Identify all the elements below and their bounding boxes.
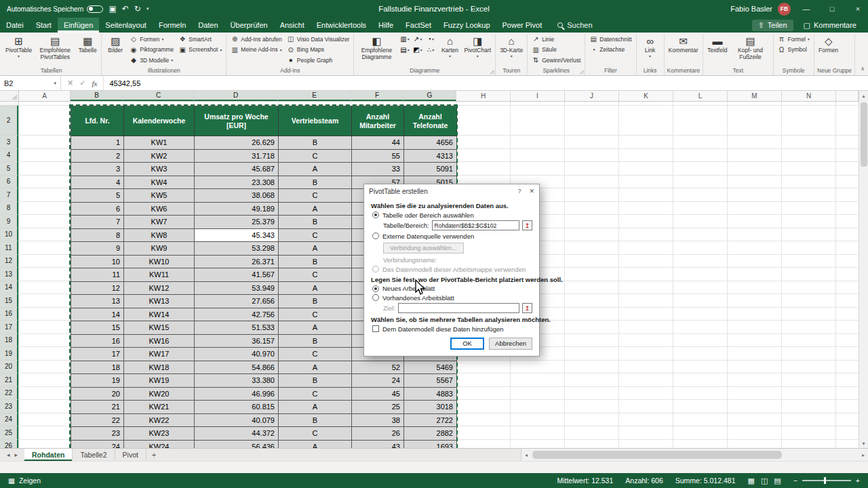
chevron-down-icon[interactable]: ▾ [54, 81, 56, 86]
column-header-e[interactable]: E [278, 91, 351, 101]
vertical-scrollbar[interactable]: ▴ ▾ [859, 91, 868, 448]
share-button[interactable]: ⇧ Teilen [752, 20, 793, 31]
cell[interactable]: 23.308 [195, 176, 279, 190]
avatar[interactable]: FB [778, 3, 791, 16]
scroll-down-icon[interactable]: ▾ [859, 439, 868, 448]
row-header-10[interactable]: 10 [0, 228, 18, 242]
table-header-cell[interactable]: Anzahl Telefonate [404, 106, 457, 136]
cell[interactable]: 5 [71, 189, 124, 203]
sheet-nav-right-icon[interactable]: ▸ [15, 451, 18, 458]
autosave-toggle[interactable]: Automatisches Speichern [7, 5, 103, 13]
column-header-m[interactable]: M [728, 91, 782, 101]
radio-new-worksheet[interactable]: Neues Arbeitsblatt [372, 285, 532, 292]
cell[interactable]: A [279, 242, 352, 256]
status-stat[interactable]: Summe: 5.012.481 [675, 476, 736, 485]
ribbon-button-chart-scatter[interactable]: ∴▾ [424, 45, 437, 56]
collapse-ribbon-icon[interactable]: ∧ [861, 66, 865, 72]
cell[interactable]: 45 [352, 388, 404, 401]
cell[interactable]: C [279, 348, 352, 361]
ribbon-button-add-ins-abrufen[interactable]: ⊕Add-Ins abrufen [229, 34, 283, 45]
ribbon-button-screenshot[interactable]: ▣Screenshot▾ [177, 45, 223, 56]
cell[interactable]: 56.436 [195, 441, 279, 449]
cell[interactable]: KW22 [124, 414, 195, 428]
cell[interactable]: B [279, 256, 352, 269]
cell[interactable]: C [279, 308, 352, 322]
cell[interactable]: A [279, 401, 352, 414]
cancel-button[interactable]: Abbrechen [489, 338, 532, 350]
row-header-13[interactable]: 13 [0, 268, 18, 281]
ribbon-button-datenschnitt[interactable]: ▤Datenschnitt [588, 34, 633, 45]
cell[interactable]: 3 [71, 163, 124, 176]
cell[interactable]: B [279, 335, 352, 348]
status-mode[interactable]: ▦ Zeigen [8, 476, 41, 485]
ribbon-button-empfohlene-pivottables[interactable]: ▤Empfohlene PivotTables [35, 34, 75, 62]
cell[interactable]: B [279, 216, 352, 229]
cell[interactable]: 33 [352, 163, 404, 176]
column-header-j[interactable]: J [565, 91, 619, 101]
column-header-d[interactable]: D [194, 91, 278, 101]
sheet-tab-pivot[interactable]: Pivot [115, 449, 146, 461]
cell[interactable]: A [279, 203, 352, 216]
maximize-button[interactable]: □ [822, 0, 842, 18]
cell[interactable]: 33.380 [195, 374, 279, 388]
row-header-3[interactable]: 3 [0, 136, 18, 149]
choose-connection-button[interactable]: Verbindung auswählen... [383, 243, 464, 253]
row-header-7[interactable]: 7 [0, 188, 18, 202]
cell[interactable]: KW19 [124, 374, 195, 388]
cell[interactable]: KW21 [124, 401, 195, 414]
dialog-launcher-icon[interactable]: ◿ [580, 69, 583, 75]
cell[interactable]: KW10 [124, 256, 195, 269]
ribbon-button-visio-data-visualizer[interactable]: ◫Visio Data Visualizer [285, 34, 351, 45]
scroll-right-icon[interactable]: ▸ [859, 449, 868, 461]
ribbon-button-zeitachse[interactable]: ◔Zeitachse [588, 45, 633, 56]
add-to-data-model-checkbox[interactable]: Dem Datenmodell diese Daten hinzufügen [372, 325, 532, 333]
cell[interactable]: 55 [352, 150, 404, 163]
cell[interactable]: 43 [352, 441, 404, 449]
cell[interactable]: 17 [71, 348, 124, 361]
row-header-19[interactable]: 19 [0, 347, 18, 361]
zoom-in-icon[interactable]: + [856, 476, 860, 485]
zoom-slider-thumb[interactable] [824, 477, 826, 484]
column-header-c[interactable]: C [123, 91, 194, 101]
cell[interactable]: A [279, 282, 352, 296]
cell[interactable]: 45.687 [195, 163, 279, 176]
cell[interactable]: A [279, 441, 352, 449]
ribbon-tab-hilfe[interactable]: Hilfe [372, 18, 399, 33]
row-header-16[interactable]: 16 [0, 308, 18, 321]
cell[interactable]: 8 [71, 229, 124, 243]
cell[interactable]: C [279, 388, 352, 401]
ribbon-button-säule[interactable]: ▥Säule [530, 45, 582, 56]
cell[interactable]: 5091 [404, 163, 457, 176]
cell[interactable]: KW9 [124, 242, 195, 256]
cell[interactable]: 6 [71, 203, 124, 216]
ribbon-button-gewinn-verlust[interactable]: ⇅Gewinn/Verlust [530, 55, 582, 66]
cell[interactable]: 45.343 [195, 229, 279, 243]
row-header-5[interactable]: 5 [0, 162, 18, 176]
ribbon-button-formen[interactable]: ◇Formen▾ [128, 34, 175, 45]
table-header-cell[interactable]: Anzahl Mitarbeiter [352, 106, 404, 136]
search-box[interactable]: Suchen [557, 18, 592, 33]
ribbon-button-3d-modelle[interactable]: ◆3D Modelle▾ [128, 55, 175, 66]
cell[interactable]: KW15 [124, 321, 195, 335]
cell[interactable]: KW23 [124, 427, 195, 441]
cell[interactable]: 5469 [404, 361, 457, 375]
cell[interactable]: 44.372 [195, 427, 279, 441]
status-stat[interactable]: Mittelwert: 12.531 [557, 476, 613, 485]
page-break-view-icon[interactable]: ▤ [774, 476, 781, 485]
table-header-cell[interactable]: Kalenderwoche [124, 106, 195, 136]
cell[interactable]: 25.379 [195, 216, 279, 229]
cell[interactable]: A [279, 321, 352, 335]
column-header-n[interactable]: N [782, 91, 836, 101]
cell[interactable]: 26 [352, 427, 404, 441]
column-header-k[interactable]: K [619, 91, 673, 101]
cell[interactable]: 21 [71, 401, 124, 414]
cell[interactable]: 2882 [404, 427, 457, 441]
row-header-23[interactable]: 23 [0, 400, 18, 413]
ribbon-button-chart-pie[interactable]: ◔▾ [424, 34, 437, 45]
row-header-6[interactable]: 6 [0, 176, 18, 189]
column-header-a[interactable]: A [19, 91, 71, 101]
cell[interactable]: 60.815 [195, 401, 279, 414]
cell[interactable]: 19 [71, 374, 124, 388]
ribbon-button-chart-line[interactable]: ↗▾ [411, 34, 424, 45]
ribbon-button-formen[interactable]: ◇Formen [817, 34, 840, 55]
